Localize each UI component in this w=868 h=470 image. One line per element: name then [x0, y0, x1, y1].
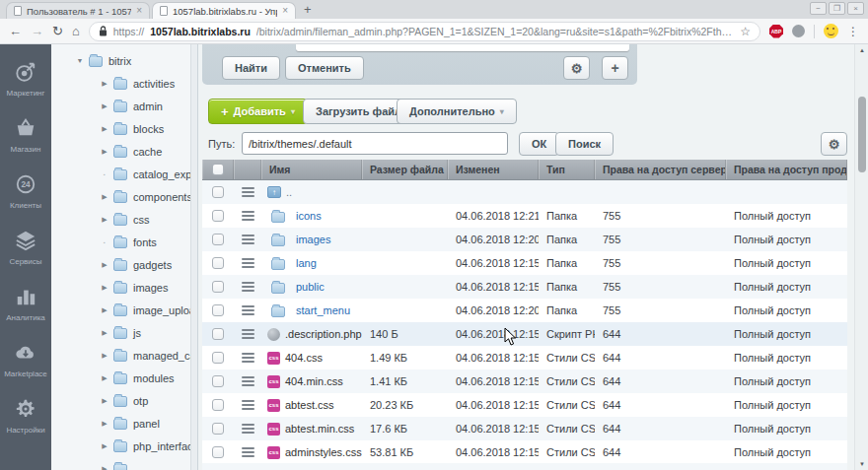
- adblock-extension-icon[interactable]: ABP: [769, 25, 783, 38]
- chevron-right-icon[interactable]: ▶: [100, 80, 109, 88]
- row-menu-icon[interactable]: [242, 235, 254, 236]
- row-checkbox[interactable]: [212, 257, 224, 269]
- chevron-right-icon[interactable]: ▶: [100, 374, 109, 382]
- filter-input[interactable]: [296, 44, 629, 51]
- tree-item-js[interactable]: ▶js: [51, 321, 197, 344]
- chevron-down-icon[interactable]: ▼: [75, 57, 85, 64]
- row-checkbox[interactable]: [212, 304, 224, 316]
- row-checkbox[interactable]: [212, 186, 224, 198]
- find-button[interactable]: Найти: [222, 56, 280, 80]
- extension-icon[interactable]: [792, 25, 805, 37]
- row-checkbox[interactable]: [212, 234, 224, 245]
- close-button[interactable]: ×: [847, 2, 864, 15]
- chevron-right-icon[interactable]: ▶: [100, 306, 109, 314]
- row-checkbox[interactable]: [212, 446, 224, 458]
- row-menu-icon[interactable]: [242, 211, 254, 213]
- tree-item-partial[interactable]: ▶: [51, 457, 197, 470]
- tree-item-catalog_export[interactable]: ▪catalog_export: [51, 163, 197, 185]
- row-checkbox[interactable]: [212, 399, 224, 411]
- scroll-down-icon[interactable]: ▼: [855, 461, 868, 467]
- tree-item-modules[interactable]: ▶modules: [51, 367, 197, 389]
- sidebar-item-basket[interactable]: Магазин: [0, 107, 51, 164]
- tree-scrollbar[interactable]: [190, 44, 197, 470]
- tree-item-php_interface[interactable]: ▶php_interface: [51, 435, 197, 457]
- tab-close-icon[interactable]: ×: [282, 6, 288, 16]
- browser-menu-icon[interactable]: ⋮: [847, 25, 859, 38]
- file-name-link[interactable]: 404.css: [285, 352, 323, 364]
- search-button[interactable]: Поиск: [555, 132, 614, 156]
- row-menu-icon[interactable]: [242, 424, 254, 426]
- row-menu-icon[interactable]: [242, 447, 254, 449]
- row-checkbox[interactable]: [212, 281, 224, 293]
- sidebar-item-layers[interactable]: Сервисы: [0, 220, 51, 276]
- tree-item-components[interactable]: ▶components: [51, 185, 197, 208]
- sidebar-item-target[interactable]: Маркетинг: [0, 51, 51, 107]
- filter-settings-button[interactable]: ⚙: [563, 56, 590, 80]
- row-menu-icon[interactable]: [242, 376, 254, 378]
- tree-item-css[interactable]: ▶css: [51, 208, 197, 231]
- minimize-button[interactable]: −: [810, 2, 827, 15]
- file-name-link[interactable]: lang: [296, 257, 317, 269]
- tree-item-admin[interactable]: ▶admin: [51, 95, 197, 117]
- chevron-right-icon[interactable]: ▶: [100, 261, 109, 269]
- tree-item-bitrix[interactable]: ▼bitrix: [51, 49, 197, 72]
- chevron-right-icon[interactable]: ▶: [100, 442, 109, 450]
- scrollbar-thumb[interactable]: [858, 97, 866, 172]
- select-all-checkbox[interactable]: [212, 164, 224, 175]
- page-scrollbar[interactable]: ▲ ▼: [854, 44, 868, 470]
- add-button[interactable]: + Добавить ▾: [208, 99, 308, 124]
- sidebar-item-cloud[interactable]: Marketplace: [0, 332, 51, 388]
- bookmark-star-icon[interactable]: ☆: [740, 25, 751, 38]
- chevron-right-icon[interactable]: ▶: [100, 420, 109, 428]
- tree-item-panel[interactable]: ▶panel: [51, 412, 197, 435]
- file-name-link[interactable]: ..: [286, 186, 292, 198]
- row-checkbox[interactable]: [212, 210, 224, 222]
- tree-item-otp[interactable]: ▶otp: [51, 389, 197, 412]
- file-name-link[interactable]: start_menu: [296, 304, 350, 316]
- sidebar-item-barchart[interactable]: Аналитика: [0, 276, 51, 332]
- sidebar-item-gear[interactable]: Настройки: [0, 388, 51, 444]
- row-menu-icon[interactable]: [242, 329, 254, 331]
- file-name-link[interactable]: adminstyles.css: [285, 446, 362, 458]
- chevron-right-icon[interactable]: ▶: [100, 148, 109, 156]
- file-name-link[interactable]: .description.php: [285, 328, 362, 340]
- home-icon[interactable]: ⌂: [72, 25, 80, 37]
- more-button[interactable]: Дополнительно ▾: [397, 99, 517, 124]
- profile-avatar[interactable]: [824, 24, 838, 38]
- tree-item-activities[interactable]: ▶activities: [51, 72, 197, 95]
- row-menu-icon[interactable]: [242, 400, 254, 402]
- tree-item-fonts[interactable]: ▪fonts: [51, 231, 197, 253]
- reload-icon[interactable]: ↻: [52, 25, 63, 37]
- file-name-link[interactable]: public: [296, 281, 325, 293]
- forward-icon[interactable]: →: [31, 25, 43, 37]
- filter-add-button[interactable]: +: [602, 56, 628, 80]
- chevron-right-icon[interactable]: ▶: [100, 352, 109, 360]
- back-icon[interactable]: ←: [9, 25, 22, 37]
- grid-settings-button[interactable]: ⚙: [821, 132, 847, 156]
- sidebar-item-clock24[interactable]: 24Клиенты: [0, 164, 51, 220]
- file-name-link[interactable]: 404.min.css: [285, 375, 343, 387]
- file-name-link[interactable]: icons: [296, 210, 322, 222]
- chevron-right-icon[interactable]: ▶: [100, 125, 109, 133]
- tree-item-gadgets[interactable]: ▶gadgets: [51, 253, 197, 276]
- row-menu-icon[interactable]: [242, 258, 254, 260]
- tree-item-images[interactable]: ▶images: [51, 276, 197, 299]
- row-checkbox[interactable]: [212, 328, 224, 340]
- row-checkbox[interactable]: [212, 352, 224, 364]
- address-bar[interactable]: https://1057lab.bitrixlabs.ru/bitrix/adm…: [89, 22, 760, 41]
- file-name-link[interactable]: images: [296, 234, 330, 245]
- cancel-button[interactable]: Отменить: [285, 56, 364, 80]
- tree-item-blocks[interactable]: ▶blocks: [51, 117, 197, 140]
- row-checkbox[interactable]: [212, 375, 224, 387]
- file-name-link[interactable]: abtest.css: [285, 399, 334, 411]
- tab-close-icon[interactable]: ×: [136, 6, 142, 16]
- row-checkbox[interactable]: [212, 423, 224, 435]
- chevron-right-icon[interactable]: ▶: [100, 284, 109, 292]
- path-input[interactable]: [242, 132, 508, 155]
- tree-item-managed_cache[interactable]: ▶managed_cache: [51, 344, 197, 367]
- restore-button[interactable]: ❐: [829, 2, 845, 15]
- chevron-right-icon[interactable]: ▶: [100, 465, 109, 470]
- chevron-right-icon[interactable]: ▶: [100, 216, 109, 224]
- ok-button[interactable]: ОК: [519, 132, 559, 156]
- file-name-link[interactable]: abtest.min.css: [285, 423, 354, 435]
